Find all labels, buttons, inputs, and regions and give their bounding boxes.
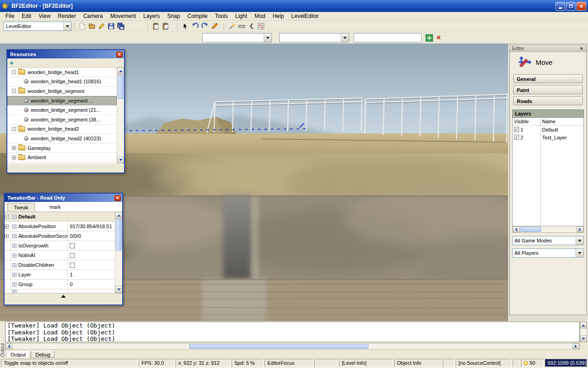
menu-light[interactable]: Light	[232, 12, 251, 20]
menu-compile[interactable]: Compile	[184, 12, 211, 20]
menu-snap[interactable]: Snap	[164, 12, 184, 20]
output-side-tab[interactable]: Output	[0, 321, 5, 358]
tab-mark[interactable]: mark	[50, 204, 61, 212]
output-hscrollbar[interactable]	[5, 343, 580, 350]
menu-leveleditor[interactable]: LevelEditor	[288, 12, 322, 20]
chevron-down-icon[interactable]	[341, 34, 349, 42]
tree-item[interactable]: wooden_bridge_segment (38...	[7, 115, 117, 125]
scroll-right-icon[interactable]	[572, 344, 579, 349]
resources-scrollbar[interactable]	[117, 68, 124, 163]
object-filter-combobox[interactable]	[202, 33, 272, 42]
property-row[interactable]: NotInAI	[5, 251, 115, 260]
paste-special-icon[interactable]	[160, 22, 170, 31]
scroll-left-icon[interactable]	[6, 344, 12, 349]
menu-view[interactable]: View	[35, 12, 54, 20]
property-row[interactable]: Layer 1	[5, 270, 115, 280]
property-row[interactable]: + AbsolutePosition 917/30.854/918.51	[5, 222, 115, 231]
chevron-down-icon[interactable]	[576, 249, 583, 257]
collapse-icon[interactable]: -	[5, 215, 9, 219]
property-row[interactable]: Group 0	[5, 280, 115, 289]
scroll-up-icon[interactable]	[115, 212, 122, 219]
collapse-icon[interactable]: -	[12, 89, 16, 93]
tweaker-scrollbar[interactable]	[115, 212, 122, 293]
editor-dock-header[interactable]: Editor ×	[510, 45, 586, 52]
tree-item[interactable]: - wooden_bridge_head2	[7, 125, 117, 134]
close-icon[interactable]: ×	[116, 52, 123, 58]
layer-visible-checkbox[interactable]: ✓	[514, 135, 519, 140]
layers-scrollbar[interactable]	[512, 226, 584, 233]
section-general-button[interactable]: General	[513, 74, 583, 83]
output-vscrollbar[interactable]	[580, 322, 587, 342]
scroll-up-icon[interactable]	[117, 68, 124, 75]
menu-help[interactable]: Help	[269, 12, 288, 20]
scroll-up-icon[interactable]	[61, 295, 66, 298]
section-roads-button[interactable]: Roads	[513, 96, 583, 105]
close-icon[interactable]: ×	[578, 46, 585, 51]
property-row[interactable]: DisableChildren	[5, 260, 115, 270]
players-combobox[interactable]: All Players	[512, 248, 584, 258]
new-document-icon[interactable]	[77, 22, 87, 31]
layer-row[interactable]: ✓ 1 Default	[513, 126, 583, 133]
checkbox[interactable]	[70, 243, 75, 248]
select-cursor-icon[interactable]	[181, 22, 190, 31]
menu-layers[interactable]: Layers	[140, 12, 164, 20]
close-button[interactable]: ×	[577, 2, 586, 11]
section-paint-button[interactable]: Paint	[513, 85, 583, 94]
add-selection-icon[interactable]	[424, 33, 434, 43]
scroll-down-icon[interactable]	[117, 156, 124, 163]
property-row[interactable]: + AbsolutePositionSeco... 0/0/0	[5, 231, 115, 241]
clear-selection-icon[interactable]: ×	[434, 34, 443, 41]
scrollbar-thumb[interactable]	[116, 219, 122, 251]
editor-mode-combobox[interactable]: LevelEditor	[4, 22, 72, 31]
checkbox[interactable]	[70, 263, 75, 268]
magic-wand-icon[interactable]	[227, 22, 237, 31]
scroll-down-icon[interactable]	[115, 286, 122, 293]
close-icon[interactable]: ×	[114, 195, 121, 201]
expand-icon[interactable]: +	[5, 224, 9, 229]
scroll-down-icon[interactable]	[580, 335, 587, 342]
layers-section-header[interactable]: Layers	[512, 109, 584, 118]
save-icon[interactable]	[106, 22, 116, 31]
collapse-icon[interactable]: -	[12, 127, 16, 131]
property-row-clipped[interactable]	[5, 289, 115, 293]
scrollbar-thumb[interactable]	[520, 227, 541, 232]
tab-tweak[interactable]: Tweak	[7, 203, 35, 212]
checkbox[interactable]	[70, 253, 75, 258]
menu-tools[interactable]: Tools	[211, 12, 232, 20]
terrain-grid-icon[interactable]	[256, 22, 266, 31]
curve-tool-icon[interactable]	[246, 22, 256, 31]
measure-icon[interactable]	[237, 22, 246, 31]
rotate-right-icon[interactable]	[200, 22, 209, 31]
property-row[interactable]: IsOvergrowth	[5, 241, 115, 251]
scroll-left-icon[interactable]	[513, 226, 520, 232]
scroll-up-icon[interactable]	[580, 322, 587, 328]
expand-icon[interactable]: +	[5, 234, 9, 238]
tree-item[interactable]: + Gameplay	[7, 144, 117, 153]
resources-panel-titlebar[interactable]: Resources ×	[7, 50, 124, 58]
collapse-icon[interactable]: -	[12, 70, 16, 74]
restore-button[interactable]	[566, 2, 576, 11]
edit-package-icon[interactable]	[96, 22, 106, 31]
pen-icon[interactable]	[209, 22, 219, 31]
chevron-down-icon[interactable]	[264, 34, 271, 42]
tab-output[interactable]: Output	[6, 351, 30, 358]
add-resource-icon[interactable]: +	[10, 60, 13, 66]
tree-item-selected[interactable]: wooden_bridge_segment ...	[7, 96, 117, 106]
minimize-button[interactable]	[555, 2, 565, 11]
output-log[interactable]: [Tweaker] Load Object (Object) [Tweaker]…	[5, 322, 580, 342]
open-package-icon[interactable]	[87, 22, 96, 31]
object-search-input[interactable]	[354, 33, 422, 42]
paste-icon[interactable]	[151, 22, 160, 31]
menu-camera[interactable]: Camera	[79, 12, 107, 20]
layer-visible-checkbox[interactable]: ✓	[514, 127, 519, 132]
chevron-down-icon[interactable]	[576, 236, 583, 245]
save-all-icon[interactable]	[116, 22, 125, 31]
tweaker-scroll-strip[interactable]	[5, 293, 122, 299]
property-group-row[interactable]: - Default	[5, 212, 115, 222]
tree-item[interactable]: + Ambient	[7, 153, 117, 162]
tree-item[interactable]: wooden_bridge_head1 (10816)	[7, 77, 117, 87]
expand-icon[interactable]: +	[12, 146, 16, 150]
tab-debug[interactable]: Debug	[31, 351, 55, 358]
menu-render[interactable]: Render	[54, 12, 79, 20]
tree-item[interactable]: wooden_bridge_segment (21...	[7, 105, 117, 115]
